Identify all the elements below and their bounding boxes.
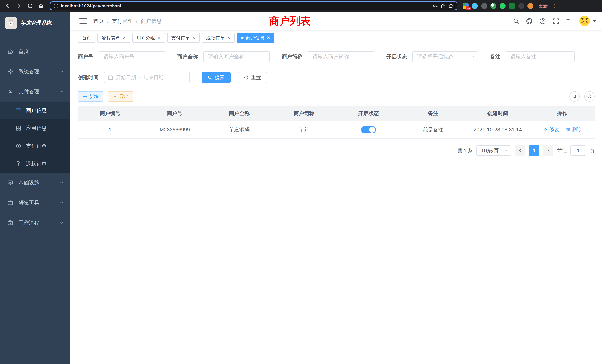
date-range-picker[interactable]: 开始日期 - 结束日期 xyxy=(104,72,190,83)
page-button-1[interactable]: 1 xyxy=(529,146,539,156)
help-icon[interactable] xyxy=(539,17,546,25)
sidebar-item-refund-orders[interactable]: 退款订单 xyxy=(0,155,70,173)
font-size-icon[interactable]: TT xyxy=(566,17,573,25)
github-icon[interactable] xyxy=(526,17,533,25)
sidebar-collapse-icon[interactable] xyxy=(79,18,87,24)
briefcase-icon xyxy=(7,220,13,226)
browser-home-icon[interactable] xyxy=(36,1,46,11)
share-icon[interactable] xyxy=(440,3,446,9)
logo-image xyxy=(5,17,17,29)
close-icon[interactable]: ✕ xyxy=(157,36,161,40)
browser-refresh-icon[interactable] xyxy=(25,1,35,11)
sidebar-item-payment-orders[interactable]: 支付订单 xyxy=(0,137,70,155)
site-info-icon[interactable] xyxy=(53,3,59,9)
sidebar-item-app-info[interactable]: 应用信息 xyxy=(0,119,70,137)
search-button-label: 搜索 xyxy=(215,74,225,81)
date-separator: - xyxy=(139,75,141,80)
col-actions: 操作 xyxy=(530,106,595,121)
tab-refund-orders[interactable]: 退款订单 ✕ xyxy=(202,33,235,43)
address-bar[interactable]: localhost:1024/pay/merchant xyxy=(50,1,457,10)
close-icon[interactable]: ✕ xyxy=(267,36,270,40)
sidebar-item-dev-tools[interactable]: 研发工具 xyxy=(0,193,70,213)
bookmark-star-icon[interactable] xyxy=(448,3,454,9)
sidebar-item-home[interactable]: 首页 xyxy=(0,42,70,62)
page-size-select[interactable]: 10条/页 xyxy=(476,146,511,156)
refresh-table-button[interactable] xyxy=(584,91,595,102)
sidebar-item-workflow[interactable]: 工作流程 xyxy=(0,213,70,233)
toolbox-icon xyxy=(7,200,13,206)
col-created-at: 创建时间 xyxy=(465,106,530,121)
col-remark: 备注 xyxy=(401,106,466,121)
browser-menu-icon[interactable]: ⋮ xyxy=(552,5,554,7)
extension-icon-colorful[interactable] xyxy=(463,3,469,9)
chrome-update-button[interactable]: 更新 xyxy=(539,3,548,9)
chevron-up-icon xyxy=(60,89,64,94)
extension-icon-green-circle[interactable] xyxy=(500,3,506,9)
close-icon[interactable]: ✕ xyxy=(192,36,196,40)
chevron-down-icon xyxy=(471,55,475,59)
tab-label: 支付订单 xyxy=(171,35,190,41)
extensions-pin-icon[interactable] xyxy=(518,3,524,9)
toggle-search-button[interactable] xyxy=(569,91,580,102)
close-icon[interactable]: ✕ xyxy=(227,36,231,40)
extension-icon-green-square[interactable] xyxy=(509,3,515,9)
sidebar-item-payment[interactable]: ¥ 支付管理 xyxy=(0,82,70,102)
browser-profile-avatar[interactable] xyxy=(527,3,533,9)
breadcrumb-home[interactable]: 首页 xyxy=(93,18,104,25)
delete-link[interactable]: 删除 xyxy=(566,126,582,133)
extension-icon-dark[interactable] xyxy=(481,3,487,9)
cell-merchant-no: M233666999 xyxy=(142,121,207,139)
fullscreen-icon[interactable] xyxy=(552,17,560,25)
tab-payment-orders[interactable]: 支付订单 ✕ xyxy=(167,33,200,43)
status-select[interactable]: 请选择开启状态 xyxy=(412,51,478,62)
password-key-icon[interactable] xyxy=(433,3,438,9)
sidebar-logo[interactable]: 芋道管理系统 xyxy=(0,12,70,34)
active-tab-dot xyxy=(241,36,244,39)
tab-label: 商户信息 xyxy=(246,35,264,41)
goto-page-input[interactable] xyxy=(570,146,586,156)
breadcrumb: 首页 / 支付管理 / 商户信息 xyxy=(93,18,162,25)
search-icon[interactable] xyxy=(512,17,520,25)
reset-button[interactable]: 重置 xyxy=(238,72,267,83)
breadcrumb-separator: / xyxy=(136,18,138,24)
browser-forward-icon[interactable] xyxy=(14,1,24,11)
sidebar-item-infrastructure[interactable]: 基础设施 xyxy=(0,173,70,193)
user-avatar-menu[interactable] xyxy=(579,16,596,27)
add-button[interactable]: 新增 xyxy=(78,91,103,102)
tab-user-group[interactable]: 用户分组 ✕ xyxy=(132,33,165,43)
close-icon[interactable]: ✕ xyxy=(122,36,126,40)
red-annotation-label: 商户列表 xyxy=(269,14,311,28)
filter-row-2: 创建时间 开始日期 - 结束日期 xyxy=(78,72,595,83)
next-page-button[interactable] xyxy=(543,146,553,156)
merchant-no-input[interactable] xyxy=(99,51,165,62)
plus-icon xyxy=(83,94,87,99)
status-toggle[interactable] xyxy=(361,126,376,133)
tab-home[interactable]: 首页 xyxy=(78,33,95,43)
sidebar-menu: 首页 系统管理 ¥ 支付管理 xyxy=(0,34,70,233)
short-name-input[interactable] xyxy=(308,51,374,62)
tab-merchant-info[interactable]: 商户信息 ✕ xyxy=(237,33,274,43)
edit-link[interactable]: 修改 xyxy=(543,126,559,133)
prev-page-button[interactable] xyxy=(515,146,525,156)
full-name-input[interactable] xyxy=(203,51,270,62)
breadcrumb-payment[interactable]: 支付管理 xyxy=(112,18,133,25)
sidebar-item-merchant-info[interactable]: 商户信息 xyxy=(0,102,70,119)
search-icon xyxy=(208,75,212,80)
browser-toolbar: localhost:1024/pay/merchant 更新 ⋮ xyxy=(0,0,602,12)
url-text[interactable]: localhost:1024/pay/merchant xyxy=(61,3,430,9)
sidebar-item-system[interactable]: 系统管理 xyxy=(0,62,70,82)
search-button[interactable]: 搜索 xyxy=(202,72,231,83)
tab-process-form[interactable]: 流程表单 ✕ xyxy=(97,33,130,43)
remark-input[interactable] xyxy=(506,51,575,62)
monitor-icon xyxy=(7,180,13,186)
date-start-placeholder[interactable]: 开始日期 xyxy=(116,74,136,81)
field-label: 备注 xyxy=(490,53,500,60)
browser-back-icon[interactable] xyxy=(3,1,13,11)
extension-icon-blue-drop[interactable] xyxy=(472,3,478,9)
trash-icon xyxy=(566,127,570,132)
export-button[interactable]: 导出 xyxy=(108,91,133,102)
pagination-total: 共 1 条 xyxy=(458,148,473,154)
date-end-placeholder[interactable]: 结束日期 xyxy=(144,74,164,81)
total-prefix: 共 xyxy=(458,148,462,153)
extension-icon-multicolor[interactable] xyxy=(490,3,496,9)
